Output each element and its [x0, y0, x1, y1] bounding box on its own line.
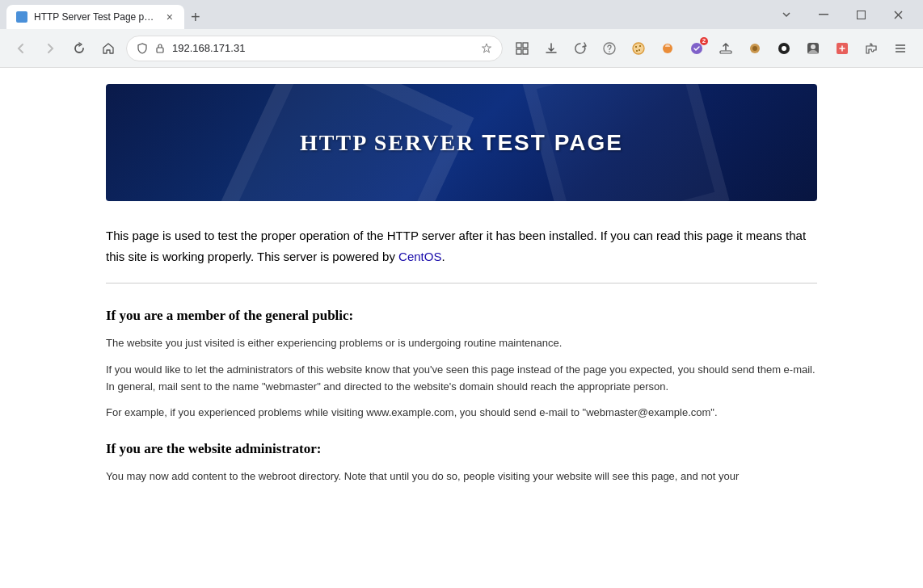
intro-paragraph: This page is used to test the proper ope…: [106, 225, 817, 267]
chevron-down-button[interactable]: [768, 0, 805, 29]
intro-text-before: This page is used to test the proper ope…: [106, 229, 806, 263]
tab-label: HTTP Server Test Page powered: [34, 11, 158, 23]
extension-grid-icon[interactable]: [509, 36, 535, 61]
circle-icon[interactable]: [771, 36, 797, 61]
section-admin: If you are the website administrator: Yo…: [106, 441, 817, 485]
cookie-icon[interactable]: [626, 36, 651, 61]
section1-para1: The website you just visited is either e…: [106, 335, 817, 352]
svg-rect-7: [516, 49, 521, 54]
section2-heading: If you are the website administrator:: [106, 441, 817, 457]
home-button[interactable]: [97, 37, 120, 60]
lock-icon: [154, 43, 166, 54]
page-content: HTTP SERVER TEST PAGE This page is used …: [0, 68, 923, 588]
url-bar[interactable]: 192.168.171.31: [126, 36, 503, 61]
section-divider: [106, 283, 817, 284]
svg-rect-18: [720, 51, 731, 53]
tab-bar: HTTP Server Test Page powered × +: [6, 5, 761, 29]
badge-icon[interactable]: 2: [684, 36, 710, 61]
svg-point-24: [811, 44, 816, 49]
address-bar: 192.168.171.31: [0, 29, 923, 68]
close-button[interactable]: [879, 0, 917, 29]
section2-para1: You may now add content to the webroot d…: [106, 468, 817, 485]
hero-title-bold: TEST PAGE: [482, 130, 623, 155]
svg-rect-6: [523, 43, 528, 48]
question-icon[interactable]: [596, 36, 622, 61]
svg-point-13: [639, 45, 641, 47]
svg-rect-8: [523, 49, 528, 54]
extension-icon[interactable]: [829, 36, 855, 61]
menu-button[interactable]: [887, 36, 913, 61]
svg-point-14: [639, 49, 640, 51]
hero-title-part1: HTTP SERVER: [300, 130, 482, 155]
refresh-button[interactable]: [68, 37, 91, 60]
upload-icon[interactable]: [713, 36, 739, 61]
new-tab-button[interactable]: +: [184, 5, 207, 29]
maximize-button[interactable]: [842, 0, 879, 29]
svg-point-12: [635, 46, 637, 48]
title-bar: HTTP Server Test Page powered × +: [0, 0, 923, 29]
tab-favicon: [16, 11, 27, 23]
svg-rect-4: [157, 48, 163, 52]
centos-link[interactable]: CentOS: [398, 250, 441, 263]
hero-title: HTTP SERVER TEST PAGE: [300, 130, 623, 156]
section-general-public: If you are a member of the general publi…: [106, 308, 817, 422]
active-tab[interactable]: HTTP Server Test Page powered ×: [6, 5, 184, 29]
svg-rect-1: [857, 10, 865, 19]
toolbar-icons: 2: [509, 36, 913, 61]
tab-close-button[interactable]: ×: [165, 10, 175, 24]
shield-icon: [137, 43, 148, 54]
profile-icon[interactable]: [800, 36, 826, 61]
browser-window: HTTP Server Test Page powered × +: [0, 0, 923, 588]
minimize-button[interactable]: [805, 0, 842, 29]
svg-point-11: [633, 43, 644, 54]
fox-icon[interactable]: [655, 36, 681, 61]
svg-point-22: [782, 46, 786, 51]
svg-rect-5: [516, 43, 521, 48]
content-wrapper: HTTP SERVER TEST PAGE This page is used …: [74, 68, 849, 521]
star-icon[interactable]: [481, 43, 492, 54]
svg-rect-0: [819, 14, 828, 15]
hero-banner: HTTP SERVER TEST PAGE: [106, 84, 817, 201]
section1-para3: For example, if you experienced problems…: [106, 405, 817, 422]
replay-icon[interactable]: [567, 36, 593, 61]
svg-point-20: [752, 46, 757, 51]
url-text: 192.168.171.31: [172, 42, 474, 54]
download-icon[interactable]: [538, 36, 564, 61]
svg-point-15: [636, 50, 638, 52]
svg-point-10: [609, 51, 610, 52]
forward-button[interactable]: [39, 37, 61, 60]
back-button[interactable]: [10, 37, 32, 60]
window-controls: [761, 0, 923, 29]
candy-icon[interactable]: [742, 36, 768, 61]
section1-heading: If you are a member of the general publi…: [106, 308, 817, 324]
section1-para2: If you would like to let the administrat…: [106, 362, 817, 396]
puzzle-icon[interactable]: [858, 36, 884, 61]
